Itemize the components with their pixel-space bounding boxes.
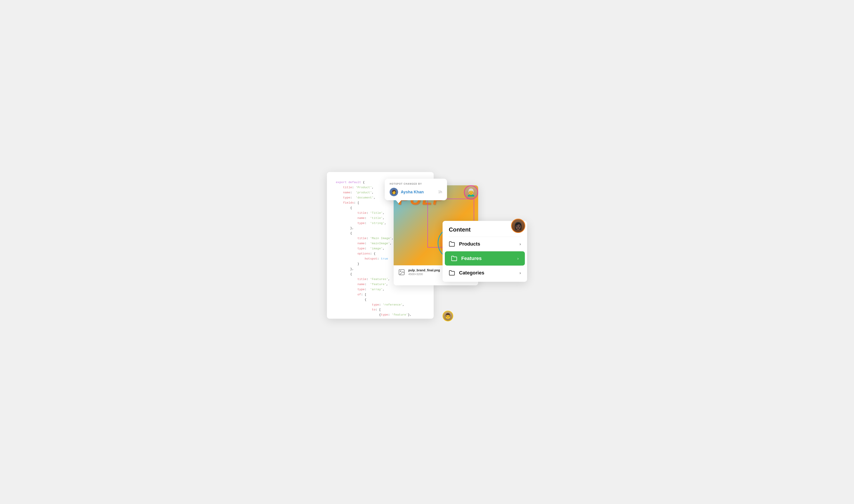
hotspot-tooltip: HOTSPOT CHANGED BY 👩 Aysha Khan 1h xyxy=(385,179,447,200)
tooltip-title: HOTSPOT CHANGED BY xyxy=(390,183,442,185)
image-file-icon xyxy=(398,269,405,276)
content-item-categories[interactable]: Categories › xyxy=(442,266,527,280)
folder-icon-features xyxy=(451,255,457,262)
avatar-male-glasses: 👨‍🦳 xyxy=(464,185,478,200)
content-item-features[interactable]: Features › xyxy=(445,251,525,266)
svg-point-1 xyxy=(400,271,401,272)
products-chevron: › xyxy=(520,242,521,247)
products-label: Products xyxy=(459,241,516,247)
tooltip-user-row: 👩 Aysha Khan 1h xyxy=(390,188,442,196)
folder-icon-categories xyxy=(449,270,455,276)
folder-icon-products xyxy=(449,241,455,247)
image-filename: pulp_brand_final.png xyxy=(408,268,440,272)
categories-label: Categories xyxy=(459,270,516,276)
scene: export default { title: 'Product', name:… xyxy=(327,172,527,332)
avatar-male-young: 👨 xyxy=(442,311,453,321)
tooltip-username: Aysha Khan xyxy=(401,190,435,195)
content-item-products[interactable]: Products › xyxy=(442,237,527,251)
features-chevron: › xyxy=(517,256,519,261)
tooltip-avatar: 👩 xyxy=(390,188,398,196)
tooltip-time: 1h xyxy=(438,190,442,194)
image-file-info: pulp_brand_final.png 4500×3200 xyxy=(408,268,440,276)
categories-chevron: › xyxy=(520,271,521,275)
avatar-female-dark: 👩🏿 xyxy=(511,219,525,233)
image-dimensions: 4500×3200 xyxy=(408,272,440,276)
features-label: Features xyxy=(461,255,513,261)
